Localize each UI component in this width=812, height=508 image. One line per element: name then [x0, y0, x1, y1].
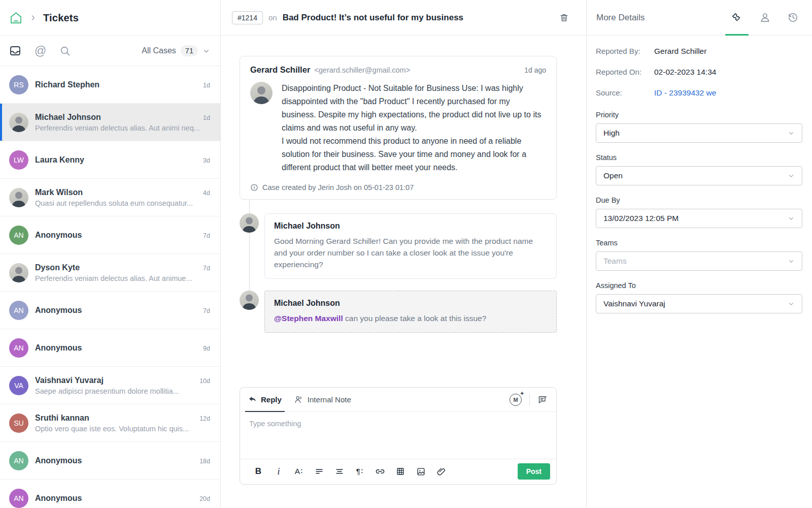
list-item[interactable]: Dyson Kyte7dPerferendis veniam delectus … [0, 254, 220, 292]
reply-arrow-icon [248, 395, 257, 404]
delete-ticket-button[interactable] [559, 12, 569, 23]
app-window: Tickets @ All Cases 71 RSRichard Stephen… [0, 0, 812, 508]
ticket-contact-name: Dyson Kyte [35, 263, 199, 272]
avatar: RS [9, 75, 28, 94]
ticket-preview: Saepe adipisci praesentium dolore mollit… [35, 387, 210, 395]
case-count-badge: 71 [181, 45, 198, 56]
priority-dropdown[interactable]: High [596, 123, 802, 143]
attachment-icon[interactable] [431, 465, 451, 478]
due-by-dropdown[interactable]: 13/02/2023 12:05 PM [596, 209, 802, 228]
case-filter-dropdown[interactable]: All Cases 71 [142, 45, 210, 56]
paragraph-style-icon[interactable]: ¶∶ [350, 465, 370, 478]
reply-card: Michael Johnson Good Morning Gerard Schi… [264, 213, 557, 279]
list-item[interactable]: Michael Johnson1dPerferendis veniam dele… [0, 104, 220, 141]
avatar: AN [9, 226, 28, 245]
list-item[interactable]: ANAnonymous18d [0, 442, 220, 480]
ticket-contact-name: Michael Johnson [35, 113, 199, 122]
italic-icon[interactable]: i [268, 465, 289, 478]
people-icon [294, 395, 303, 404]
font-size-icon[interactable]: A∶ [289, 465, 309, 478]
ticket-age: 9d [203, 345, 210, 352]
ai-assist-icon[interactable]: M✦ [510, 394, 522, 406]
agent-reply: Michael Johnson Good Morning Gerard Schi… [240, 213, 557, 279]
list-item[interactable]: Mark Wilson4dQuasi aut repellendus solut… [0, 179, 220, 216]
list-item[interactable]: ANAnonymous7d [0, 216, 220, 254]
sidebar-toolbar: @ All Cases 71 [0, 36, 220, 66]
source-link[interactable]: ID - 23939432 we [654, 88, 716, 98]
avatar [9, 263, 28, 282]
tab-history[interactable] [787, 0, 799, 35]
ticket-age: 10d [199, 377, 210, 385]
avatar [250, 82, 273, 104]
list-item[interactable]: ANAnonymous7d [0, 292, 220, 329]
align-left-icon[interactable] [309, 465, 329, 478]
tab-ticket-details[interactable] [731, 0, 743, 35]
post-button[interactable]: Post [518, 463, 550, 480]
search-icon[interactable] [59, 45, 71, 57]
original-message-card: Gerard Schiller <gerard.schiller@gmail.c… [240, 56, 557, 200]
reply-input[interactable]: Type something [240, 412, 556, 459]
tab-internal-note[interactable]: Internal Note [294, 388, 351, 411]
field-due-by: Due By 13/02/2023 12:05 PM [596, 196, 802, 228]
teams-dropdown[interactable]: Teams [596, 251, 802, 271]
details-panel: More Details [587, 0, 812, 508]
ticket-preview: Optio vero quae iste eos. Voluptatum hic… [35, 425, 210, 433]
ticket-list-sidebar: Tickets @ All Cases 71 RSRichard Stephen… [0, 0, 221, 508]
avatar [240, 291, 259, 310]
case-created-note: Case created by Jerin Josh on 05-01-23 0… [250, 183, 546, 192]
message-thread: Gerard Schiller <gerard.schiller@gmail.c… [221, 36, 586, 387]
ticket-contact-name: Mark Wilson [35, 188, 199, 197]
composer-tabs: Reply Internal Note M✦ [240, 388, 556, 412]
breadcrumb: Tickets [0, 0, 220, 36]
align-center-icon[interactable] [329, 465, 350, 478]
details-header: More Details [587, 0, 812, 36]
tab-reply[interactable]: Reply [248, 388, 282, 411]
reply-placeholder: Type something [249, 420, 301, 428]
list-item[interactable]: LWLaura Kenny3d [0, 141, 220, 179]
ticket-contact-name: Anonymous [35, 306, 199, 315]
chevron-down-icon [788, 258, 795, 265]
canned-response-icon[interactable] [537, 394, 548, 405]
bold-icon[interactable]: B [248, 465, 268, 478]
link-icon[interactable] [370, 465, 390, 478]
user-mention[interactable]: @Stephen Maxwill [274, 314, 343, 323]
filter-label: All Cases [142, 46, 176, 55]
table-icon[interactable] [390, 465, 411, 478]
ticket-contact-name: Vaishnavi Yuvaraj [35, 376, 195, 385]
ticket-preview: Perferendis veniam delectus alias. Aut a… [35, 274, 210, 282]
internal-note-card: Michael Johnson @Stephen Maxwill can you… [264, 291, 557, 333]
list-item[interactable]: ANAnonymous20d [0, 480, 220, 508]
breadcrumb-chevron-icon [29, 14, 37, 21]
message-timestamp: 1d ago [524, 66, 546, 74]
avatar: AN [9, 301, 28, 320]
details-body: Reported By: Gerard Schiller Reported On… [587, 36, 812, 324]
tab-contact-details[interactable] [759, 0, 771, 35]
list-item[interactable]: VAVaishnavi Yuvaraj10dSaepe adipisci pra… [0, 367, 220, 404]
image-icon[interactable] [411, 465, 431, 478]
avatar: LW [9, 150, 28, 170]
reply-list: Michael Johnson Good Morning Gerard Schi… [240, 213, 557, 333]
list-item[interactable]: ANAnonymous9d [0, 329, 220, 367]
details-title: More Details [596, 13, 645, 23]
ticket-age: 18d [199, 458, 210, 465]
avatar [240, 213, 259, 233]
header-connector-text: on [268, 13, 277, 22]
avatar [9, 113, 28, 132]
mentions-icon[interactable]: @ [35, 45, 46, 57]
assigned-to-dropdown[interactable]: Vaishnavi Yuvaraj [596, 294, 802, 313]
chevron-down-icon [788, 130, 795, 137]
ticket-contact-name: Anonymous [35, 494, 195, 503]
message-author-email: <gerard.schiller@gmail.com> [314, 66, 410, 74]
info-row-source: Source: ID - 23939432 we [596, 88, 802, 98]
list-item[interactable]: SUSruthi kannan12dOptio vero quae iste e… [0, 404, 220, 442]
avatar: VA [9, 376, 28, 395]
list-item[interactable]: RSRichard Stephen1d [0, 66, 220, 104]
avatar: SU [9, 414, 28, 433]
field-priority: Priority High [596, 111, 802, 143]
ticket-contact-name: Laura Kenny [35, 155, 199, 165]
ticket-preview: Perferendis veniam delectus alias. Aut a… [35, 124, 210, 132]
home-icon[interactable] [9, 11, 23, 25]
ticket-age: 7d [203, 307, 210, 314]
status-dropdown[interactable]: Open [596, 166, 802, 185]
inbox-icon[interactable] [9, 45, 21, 57]
